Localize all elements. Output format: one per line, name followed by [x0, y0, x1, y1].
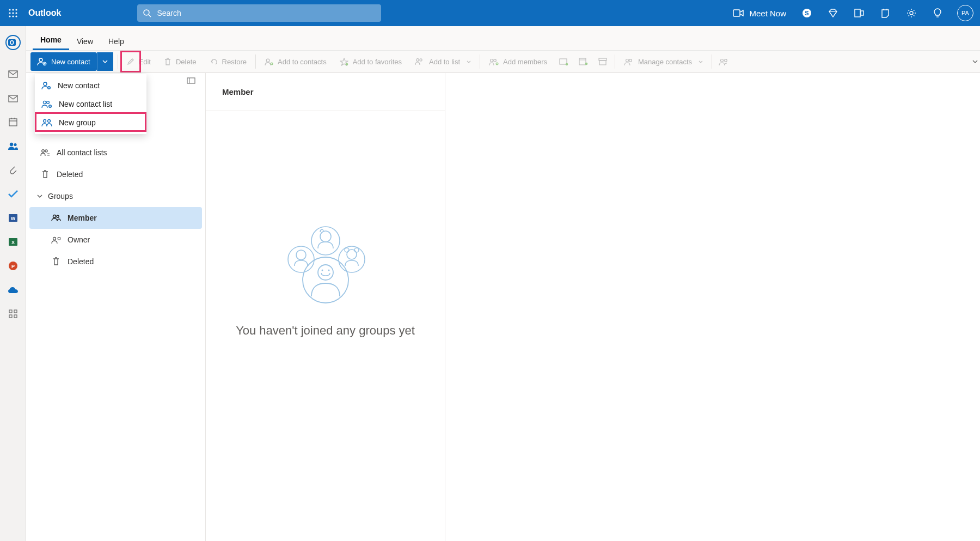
people-icon: [51, 214, 61, 222]
empty-groups-illustration: [277, 220, 375, 307]
svg-point-5: [15, 12, 17, 14]
nav-group-deleted[interactable]: Deleted: [29, 251, 202, 272]
svg-rect-37: [9, 315, 12, 318]
collapse-nav-icon[interactable]: [187, 77, 195, 84]
svg-point-43: [43, 101, 46, 104]
trash-icon: [164, 58, 171, 66]
svg-point-54: [494, 59, 497, 62]
person-plus-icon: [41, 81, 51, 90]
app-launcher-icon[interactable]: [0, 0, 26, 26]
svg-text:P: P: [11, 264, 14, 269]
svg-point-50: [345, 63, 348, 65]
nav-item-label: Deleted: [68, 257, 94, 266]
svg-text:X: X: [11, 240, 14, 245]
excel-icon[interactable]: X: [0, 230, 26, 254]
edit-label: Edit: [139, 58, 151, 66]
tips-icon[interactable]: [924, 0, 951, 26]
meet-now-button[interactable]: Meet Now: [725, 0, 794, 26]
svg-point-39: [39, 58, 42, 62]
restore-label: Restore: [222, 58, 247, 66]
my-day-icon[interactable]: [846, 0, 872, 26]
calendar-icon[interactable]: [0, 110, 26, 134]
dropdown-new-group[interactable]: New group: [35, 113, 146, 132]
nav-member[interactable]: Member: [29, 207, 202, 229]
add-members-button: Add members: [482, 52, 554, 71]
add-to-list-button: Add to list: [408, 52, 477, 71]
new-contact-button[interactable]: New contact: [30, 52, 97, 71]
svg-point-77: [296, 250, 306, 260]
members-plus-icon: [489, 58, 499, 66]
undo-icon: [210, 58, 218, 65]
nav-groups-header[interactable]: Groups: [26, 185, 205, 207]
trash-icon: [51, 257, 61, 266]
ribbon-overflow-chevron[interactable]: [972, 60, 978, 63]
svg-point-6: [9, 15, 10, 17]
manage-contacts-button: Manage contacts: [617, 52, 709, 71]
attachments-icon[interactable]: [0, 158, 26, 182]
svg-point-7: [12, 15, 14, 17]
trash-icon: [40, 170, 50, 179]
word-icon[interactable]: W: [0, 206, 26, 230]
archive-icon: [593, 52, 612, 71]
new-contact-label: New contact: [51, 58, 90, 66]
people-icon[interactable]: [0, 134, 26, 158]
svg-rect-62: [599, 60, 606, 65]
people-manage-icon: [624, 58, 634, 66]
new-contact-dropdown: New contact New contact list New group: [35, 74, 146, 134]
svg-rect-58: [579, 58, 586, 65]
star-plus-icon: [340, 58, 348, 66]
powerpoint-icon[interactable]: P: [0, 254, 26, 278]
premium-icon[interactable]: [820, 0, 846, 26]
dropdown-new-contact-list[interactable]: New contact list: [35, 95, 146, 113]
search-icon: [143, 9, 151, 17]
add-to-favorites-button: Add to favorites: [333, 52, 408, 71]
tabs-row: Home View Help: [26, 26, 980, 50]
svg-point-74: [57, 215, 59, 217]
send-mail-icon: [554, 52, 573, 71]
more-apps-icon[interactable]: [0, 302, 26, 326]
chevron-down-icon: [37, 194, 42, 198]
todo-icon[interactable]: [0, 182, 26, 206]
app-title: Outlook: [28, 8, 61, 18]
svg-point-9: [144, 10, 149, 15]
delete-button: Delete: [157, 52, 203, 71]
svg-point-63: [626, 59, 629, 62]
svg-rect-11: [733, 10, 740, 16]
dropdown-new-contact[interactable]: New contact: [35, 76, 146, 95]
svg-point-1: [12, 9, 14, 10]
avatar[interactable]: PA: [957, 5, 973, 21]
svg-rect-22: [9, 95, 17, 102]
onedrive-icon[interactable]: [0, 278, 26, 302]
add-to-favorites-label: Add to favorites: [353, 58, 402, 66]
svg-point-51: [416, 59, 419, 62]
notes-icon[interactable]: [872, 0, 898, 26]
tab-view[interactable]: View: [69, 34, 101, 50]
list-header: Member: [206, 73, 445, 111]
svg-point-41: [44, 82, 47, 86]
person-crown-icon: [51, 236, 61, 244]
skype-icon[interactable]: S: [794, 0, 820, 26]
search-input[interactable]: [137, 4, 381, 22]
mail-compose-icon[interactable]: [0, 86, 26, 110]
detail-pane: [445, 73, 980, 541]
nav-deleted[interactable]: Deleted: [29, 163, 202, 185]
svg-point-28: [14, 143, 16, 146]
gear-icon[interactable]: [898, 0, 924, 26]
svg-text:O: O: [10, 40, 14, 46]
list-pane: Member: [206, 73, 445, 541]
mail-icon[interactable]: [0, 62, 26, 86]
group-icon: [41, 118, 52, 127]
tab-help[interactable]: Help: [101, 34, 132, 50]
svg-point-83: [320, 231, 331, 242]
ribbon-toolbar: New contact New contact: [26, 50, 980, 73]
nav-all-contact-lists[interactable]: All contact lists: [29, 142, 202, 163]
search-wrapper: [137, 4, 381, 22]
new-contact-chevron[interactable]: [97, 52, 113, 71]
tab-home[interactable]: Home: [33, 32, 69, 50]
svg-point-69: [42, 150, 45, 153]
dropdown-item-label: New contact list: [59, 100, 112, 108]
svg-point-75: [53, 237, 56, 240]
outlook-app-icon[interactable]: O: [0, 31, 26, 54]
people-plus-icon: [41, 100, 52, 108]
nav-owner[interactable]: Owner: [29, 229, 202, 251]
